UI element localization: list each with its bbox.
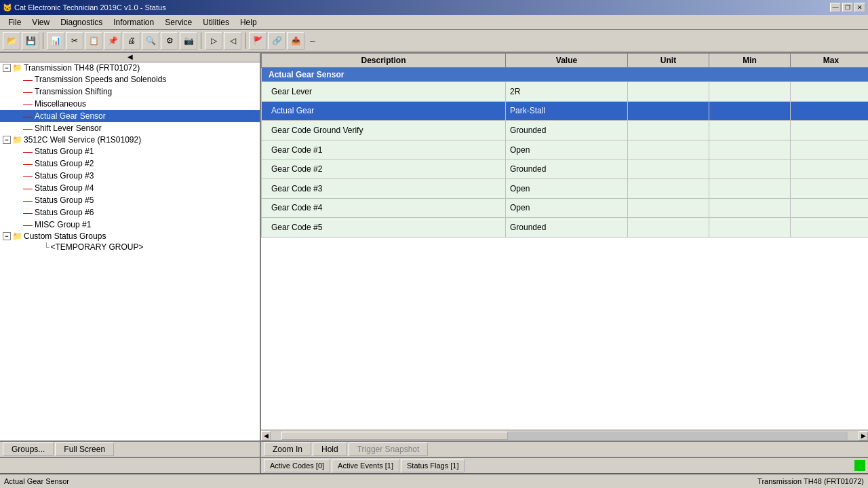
tree-item-t15[interactable]: −📁Custom Status Groups — [0, 231, 260, 242]
tree-label-t8: Status Group #1 — [35, 147, 94, 156]
active-events-button[interactable]: Active Events [1] — [332, 459, 399, 472]
folder-icon-t7: 📁 — [12, 135, 22, 145]
status-bar-right: Active Codes [0] Active Events [1] Statu… — [261, 458, 868, 473]
cell-unit-7 — [628, 198, 709, 218]
menu-item-information[interactable]: Information — [108, 16, 159, 29]
table-row[interactable]: Gear Code #1OpenTr (F — [262, 140, 869, 159]
hscroll-right-button[interactable]: ▶ — [859, 431, 868, 440]
copy-tool-button[interactable]: 📋 — [85, 32, 102, 50]
zoom-tool-button[interactable]: 🔍 — [142, 32, 159, 50]
hscroll-left-button[interactable]: ◀ — [261, 431, 271, 440]
cell-max-5 — [791, 159, 869, 179]
restore-button[interactable]: ❐ — [842, 3, 853, 12]
paste-tool-button[interactable]: 📌 — [104, 32, 121, 50]
cut-tool-button[interactable]: ✂ — [66, 32, 83, 50]
cell-min-8 — [709, 218, 791, 238]
config-tool-button[interactable]: ⚙ — [161, 32, 178, 50]
cell-max-2 — [791, 101, 869, 121]
status-flags-button[interactable]: Status Flags [1] — [401, 459, 465, 472]
expand-icon-t15[interactable]: − — [3, 232, 11, 240]
menu-item-view[interactable]: View — [26, 16, 55, 29]
fullscreen-button[interactable]: Full Screen — [55, 443, 114, 456]
active-codes-button[interactable]: Active Codes [0] — [264, 459, 330, 472]
flag-tool-button[interactable]: 🚩 — [249, 32, 267, 50]
cell-value-3: Grounded — [506, 121, 628, 140]
tree-item-t10[interactable]: —Status Group #3 — [0, 170, 260, 182]
arrow-left-tool-button[interactable]: ◁ — [224, 32, 241, 50]
cell-unit-4 — [628, 140, 709, 159]
open-tool-button[interactable]: 📂 — [3, 32, 20, 50]
tree-label-t5: Actual Gear Sensor — [35, 111, 106, 121]
leaf-icon-t9: — — [23, 158, 33, 169]
close-button[interactable]: ✕ — [854, 3, 865, 12]
cell-description-2: Actual Gear — [262, 101, 506, 121]
tree-item-t7[interactable]: −📁3512C Well Service (R1S01092) — [0, 134, 260, 145]
cell-description-1: Gear Lever — [262, 82, 506, 102]
table-row[interactable]: Gear Code #4OpenTr (F — [262, 198, 869, 218]
bottom-status-left: Actual Gear Sensor — [4, 477, 69, 485]
cell-min-2 — [709, 101, 791, 121]
menu-item-help[interactable]: Help — [235, 16, 262, 29]
menu-item-diagnostics[interactable]: Diagnostics — [55, 16, 108, 29]
tree-item-t4[interactable]: —Miscellaneous — [0, 98, 260, 110]
minimize-button[interactable]: — — [830, 3, 841, 12]
hscroll-thumb[interactable] — [281, 432, 508, 440]
tree-item-t3[interactable]: —Transmission Shifting — [0, 86, 260, 98]
print-tool-button[interactable]: 🖨 — [123, 32, 140, 50]
table-row[interactable]: Gear Code #2GroundedTr (F — [262, 159, 869, 179]
cell-description-3: Gear Code Ground Verify — [262, 121, 506, 140]
leaf-icon-t13: — — [23, 207, 33, 218]
tree-item-t14[interactable]: —MISC Group #1 — [0, 219, 260, 231]
table-row[interactable]: Gear Code #5GroundedTr (F — [262, 218, 869, 238]
snapshot-tool-button[interactable]: 📷 — [180, 32, 197, 50]
table-row[interactable]: Actual GearPark-StallTr (F — [262, 101, 869, 121]
col-min: Min — [709, 54, 791, 68]
tree-item-t8[interactable]: —Status Group #1 — [0, 145, 260, 157]
tree-item-t13[interactable]: —Status Group #6 — [0, 206, 260, 219]
tree-item-t2[interactable]: —Transmission Speeds and Solenoids — [0, 73, 260, 86]
left-bottom-buttons: Groups... Full Screen — [0, 442, 261, 457]
export-tool-button[interactable]: 📤 — [287, 32, 304, 50]
tree-item-t1[interactable]: −📁Transmission TH48 (FRT01072) — [0, 62, 260, 73]
bottom-combined-toolbar: Groups... Full Screen Zoom In Hold Trigg… — [0, 440, 868, 457]
table-row[interactable]: Actual Gear Sensor — [262, 68, 869, 82]
table-row[interactable]: Gear Lever2RTr (F — [262, 82, 869, 102]
graph-tool-button[interactable]: 📊 — [47, 32, 64, 50]
data-panel: Description Value Unit Min Max Actual Ge… — [261, 53, 868, 440]
tree-item-t9[interactable]: —Status Group #2 — [0, 157, 260, 170]
save-tool-button[interactable]: 💾 — [22, 32, 39, 50]
titlebar: 🐱 Cat Electronic Technician 2019C v1.0 -… — [0, 0, 868, 15]
titlebar-title: 🐱 Cat Electronic Technician 2019C v1.0 -… — [3, 3, 166, 12]
groups-button[interactable]: Groups... — [3, 443, 54, 456]
hold-button[interactable]: Hold — [313, 443, 347, 456]
menu-item-file[interactable]: File — [3, 16, 26, 29]
arrow-right-tool-button[interactable]: ▷ — [205, 32, 222, 50]
expand-icon-t1[interactable]: − — [3, 64, 11, 72]
table-row[interactable]: Gear Code #3OpenTr (F — [262, 179, 869, 198]
tree-item-t12[interactable]: —Status Group #5 — [0, 194, 260, 206]
table-row[interactable]: Gear Code Ground VerifyGroundedTr (F — [262, 121, 869, 140]
toolbar-dash: – — [306, 35, 319, 46]
cell-value-6: Open — [506, 179, 628, 198]
tree-item-t5[interactable]: —Actual Gear Sensor — [0, 110, 260, 122]
collapse-toggle[interactable]: ◀ — [0, 53, 260, 62]
expand-icon-t7[interactable]: − — [3, 136, 11, 144]
cell-max-7 — [791, 198, 869, 218]
status-table: Description Value Unit Min Max Actual Ge… — [261, 53, 868, 238]
link-tool-button[interactable]: 🔗 — [268, 32, 285, 50]
zoom-in-button[interactable]: Zoom In — [264, 443, 311, 456]
cell-min-1 — [709, 82, 791, 102]
app-title: Cat Electronic Technician 2019C v1.0 - S… — [14, 3, 166, 12]
tree-item-t16[interactable]: └<TEMPORARY GROUP> — [0, 242, 260, 252]
tree-item-t6[interactable]: —Shift Lever Sensor — [0, 122, 260, 134]
menu-item-utilities[interactable]: Utilities — [197, 16, 235, 29]
trigger-snapshot-button[interactable]: Trigger Snapshot — [349, 443, 429, 456]
menu-item-service[interactable]: Service — [159, 16, 197, 29]
main-layout: ◀ −📁Transmission TH48 (FRT01072)—Transmi… — [0, 53, 868, 440]
tree-label-t15: Custom Status Groups — [24, 231, 106, 241]
horizontal-scrollbar[interactable]: ◀ ▶ — [261, 430, 868, 440]
cell-unit-6 — [628, 179, 709, 198]
cell-min-4 — [709, 140, 791, 159]
tree-item-t11[interactable]: —Status Group #4 — [0, 182, 260, 194]
bottom-status-bar: Actual Gear Sensor Transmission TH48 (FR… — [0, 473, 868, 488]
